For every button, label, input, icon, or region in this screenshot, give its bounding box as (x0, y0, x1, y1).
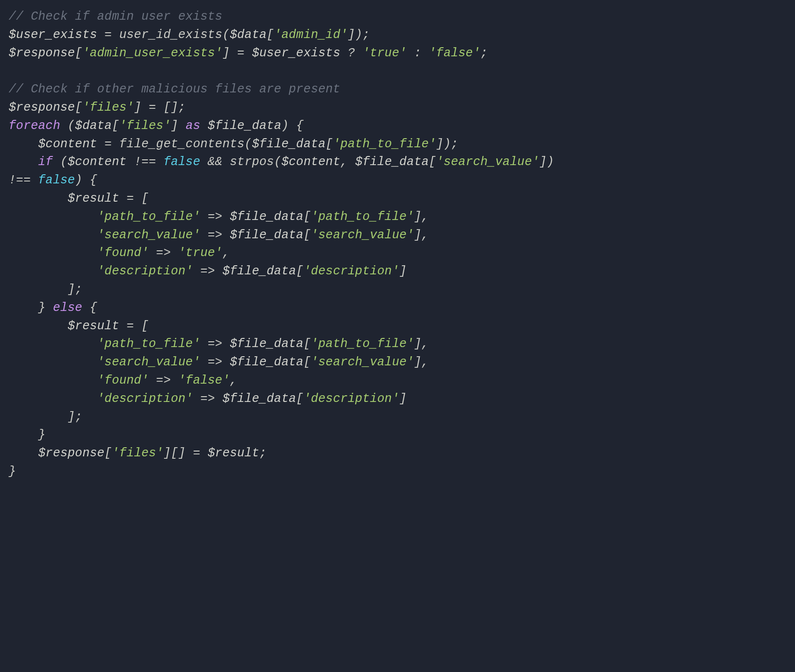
code-token: : (407, 46, 429, 60)
code-token (9, 337, 97, 351)
code-token: ; (480, 46, 487, 60)
code-token: // Check if other malicious files are pr… (9, 82, 340, 96)
code-token: $file_data (208, 119, 282, 133)
code-token: [ (104, 446, 112, 460)
code-token: [ (304, 210, 311, 224)
code-token: } (9, 301, 53, 315)
code-token: => (193, 392, 222, 406)
code-token: $response (9, 46, 75, 60)
code-token: $file_data (230, 228, 303, 242)
code-token: strpos (230, 155, 274, 169)
code-token: $file_data (230, 210, 303, 224)
code-token: $result (208, 446, 259, 460)
code-token: ]) (539, 155, 562, 169)
code-token: => (200, 210, 230, 224)
code-token: if (38, 155, 53, 169)
code-token: ( (222, 28, 230, 42)
code-token: => (149, 374, 178, 388)
code-token: 'description' (97, 392, 193, 406)
code-token: 'search_value' (97, 228, 200, 242)
code-token: ][] = (164, 446, 208, 460)
code-token: [ (304, 337, 311, 351)
code-token: [ (75, 101, 82, 115)
code-token: ] (399, 264, 407, 278)
code-token: $data (230, 28, 267, 42)
code-token (9, 137, 38, 151)
code-token: => (200, 228, 230, 242)
code-token: [ (75, 46, 82, 60)
code-token: ], (414, 228, 429, 242)
code-token: 'search_value' (97, 355, 200, 369)
code-token: $file_data (230, 337, 303, 351)
code-token: => (149, 246, 178, 260)
code-token: 'search_value' (311, 228, 414, 242)
code-token: ? (340, 46, 362, 60)
code-token (9, 246, 97, 260)
code-token (9, 392, 97, 406)
code-token: = (97, 137, 119, 151)
code-token: ( (244, 137, 252, 151)
code-token: } (9, 465, 16, 478)
code-token: $result (68, 192, 119, 206)
code-token: ( (53, 155, 68, 169)
code-token: { (82, 301, 97, 315)
code-token: 'path_to_file' (333, 137, 436, 151)
code-token: => (200, 337, 230, 351)
code-token: ] (171, 119, 186, 133)
code-token: = [ (119, 319, 149, 333)
code-token: [ (267, 28, 274, 42)
code-token: 'true' (362, 46, 407, 60)
code-token: [ (296, 264, 303, 278)
code-token: ; (259, 446, 267, 460)
code-token: 'found' (97, 374, 149, 388)
code-token: $file_data (222, 264, 296, 278)
code-block[interactable]: // Check if admin user exists $user_exis… (0, 0, 795, 490)
code-token (9, 210, 97, 224)
code-token: [ (112, 119, 119, 133)
code-token: ], (414, 355, 429, 369)
code-token: ) { (282, 119, 304, 133)
code-token: [ (429, 155, 436, 169)
code-token: && (200, 155, 230, 169)
code-token: as (186, 119, 201, 133)
code-token: 'description' (97, 264, 193, 278)
code-token: ]; (9, 283, 82, 297)
code-token: 'path_to_file' (311, 210, 414, 224)
code-token (9, 228, 97, 242)
code-token: 'admin_id' (274, 28, 347, 42)
code-token: 'found' (97, 246, 149, 260)
code-token: // Check if admin user exists (9, 10, 222, 24)
code-token: $file_data (222, 392, 296, 406)
code-token: $data (75, 119, 112, 133)
code-token: [ (304, 355, 311, 369)
code-token: 'files' (119, 119, 171, 133)
code-token: false (164, 155, 201, 169)
code-token: $response (38, 446, 104, 460)
code-token: 'description' (304, 392, 399, 406)
code-token: 'search_value' (311, 355, 414, 369)
code-token: , (222, 246, 230, 260)
code-token: file_get_contents (119, 137, 244, 151)
code-token: !== (127, 155, 164, 169)
code-token: ] = (222, 46, 252, 60)
code-token: 'path_to_file' (97, 337, 200, 351)
code-token (9, 374, 97, 388)
code-token: ]; (9, 410, 82, 424)
code-token: else (53, 301, 82, 315)
code-token: => (193, 264, 222, 278)
code-token (9, 192, 68, 206)
code-token: 'false' (178, 374, 230, 388)
code-token: [ (296, 392, 303, 406)
code-token: user_id_exists (119, 28, 222, 42)
code-token (9, 264, 97, 278)
code-token: foreach (9, 119, 60, 133)
code-token: 'false' (429, 46, 480, 60)
code-token (9, 446, 38, 460)
code-token: , (340, 155, 355, 169)
code-token: $content (38, 137, 97, 151)
code-token: => (200, 355, 230, 369)
code-token (9, 155, 38, 169)
code-token: ] = []; (134, 101, 185, 115)
code-token: , (230, 374, 237, 388)
code-token: 'path_to_file' (97, 210, 200, 224)
